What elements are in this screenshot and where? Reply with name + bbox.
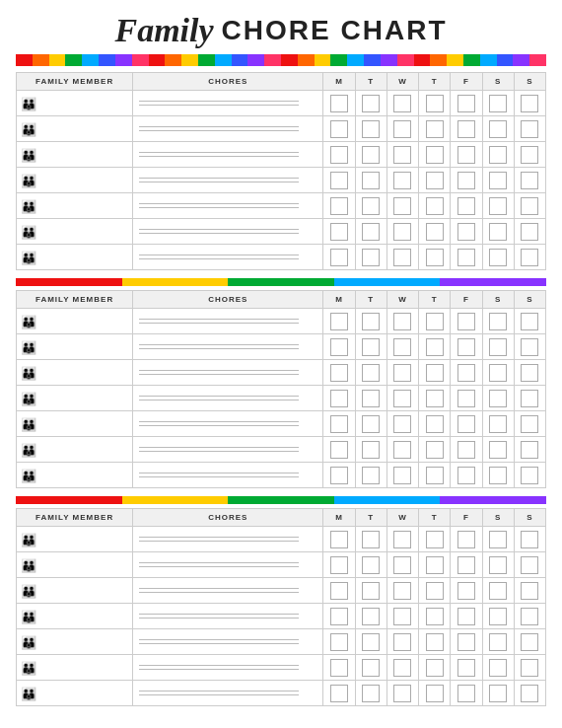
day-checkbox[interactable] (362, 685, 380, 702)
day-checkbox[interactable] (457, 223, 475, 241)
day-cell[interactable] (355, 604, 386, 629)
day-cell[interactable] (451, 334, 482, 360)
day-checkbox[interactable] (426, 582, 444, 600)
day-checkbox[interactable] (393, 531, 411, 548)
day-checkbox[interactable] (393, 223, 411, 241)
day-checkbox[interactable] (330, 120, 348, 138)
day-cell[interactable] (451, 91, 482, 116)
day-checkbox[interactable] (489, 172, 507, 189)
day-checkbox[interactable] (426, 249, 444, 266)
day-checkbox[interactable] (426, 531, 444, 548)
day-cell[interactable] (386, 578, 418, 604)
day-checkbox[interactable] (426, 197, 444, 215)
day-checkbox[interactable] (489, 197, 507, 215)
day-cell[interactable] (386, 334, 418, 360)
day-cell[interactable] (482, 334, 514, 360)
day-cell[interactable] (386, 193, 418, 219)
day-checkbox[interactable] (393, 338, 411, 356)
day-cell[interactable] (482, 193, 514, 219)
day-checkbox[interactable] (426, 364, 444, 382)
day-cell[interactable] (419, 578, 451, 604)
day-checkbox[interactable] (489, 531, 507, 548)
day-cell[interactable] (386, 168, 418, 193)
day-checkbox[interactable] (426, 415, 444, 433)
day-checkbox[interactable] (362, 390, 380, 407)
day-checkbox[interactable] (393, 556, 411, 574)
day-cell[interactable] (419, 463, 451, 488)
day-cell[interactable] (386, 411, 418, 437)
day-checkbox[interactable] (362, 146, 380, 164)
day-checkbox[interactable] (362, 608, 380, 625)
day-cell[interactable] (419, 411, 451, 437)
day-checkbox[interactable] (393, 249, 411, 266)
day-checkbox[interactable] (489, 338, 507, 356)
day-cell[interactable] (323, 604, 355, 629)
day-cell[interactable] (323, 309, 355, 334)
day-cell[interactable] (386, 552, 418, 578)
day-checkbox[interactable] (393, 172, 411, 189)
day-checkbox[interactable] (457, 441, 475, 459)
day-checkbox[interactable] (426, 608, 444, 625)
day-cell[interactable] (386, 142, 418, 168)
day-checkbox[interactable] (362, 582, 380, 600)
day-cell[interactable] (451, 681, 482, 706)
day-checkbox[interactable] (330, 633, 348, 651)
day-cell[interactable] (419, 334, 451, 360)
day-cell[interactable] (419, 245, 451, 270)
day-cell[interactable] (451, 527, 482, 552)
day-checkbox[interactable] (457, 390, 475, 407)
day-checkbox[interactable] (489, 95, 507, 112)
day-checkbox[interactable] (426, 120, 444, 138)
day-checkbox[interactable] (426, 338, 444, 356)
day-checkbox[interactable] (426, 685, 444, 702)
day-checkbox[interactable] (457, 659, 475, 677)
day-checkbox[interactable] (489, 364, 507, 382)
day-checkbox[interactable] (457, 582, 475, 600)
day-checkbox[interactable] (393, 659, 411, 677)
day-cell[interactable] (451, 142, 482, 168)
day-checkbox[interactable] (330, 685, 348, 702)
day-checkbox[interactable] (489, 685, 507, 702)
day-checkbox[interactable] (362, 172, 380, 189)
day-cell[interactable] (451, 578, 482, 604)
day-cell[interactable] (514, 437, 545, 463)
day-checkbox[interactable] (489, 223, 507, 241)
day-cell[interactable] (386, 116, 418, 142)
day-checkbox[interactable] (362, 120, 380, 138)
day-checkbox[interactable] (489, 659, 507, 677)
day-checkbox[interactable] (489, 441, 507, 459)
day-checkbox[interactable] (362, 249, 380, 266)
day-checkbox[interactable] (521, 172, 538, 189)
day-checkbox[interactable] (362, 364, 380, 382)
day-cell[interactable] (419, 91, 451, 116)
day-checkbox[interactable] (330, 441, 348, 459)
day-checkbox[interactable] (457, 415, 475, 433)
day-checkbox[interactable] (426, 467, 444, 484)
day-cell[interactable] (355, 463, 386, 488)
day-checkbox[interactable] (330, 556, 348, 574)
day-checkbox[interactable] (521, 531, 538, 548)
day-checkbox[interactable] (426, 659, 444, 677)
day-checkbox[interactable] (393, 633, 411, 651)
day-checkbox[interactable] (457, 95, 475, 112)
day-cell[interactable] (323, 463, 355, 488)
day-checkbox[interactable] (330, 415, 348, 433)
day-cell[interactable] (514, 527, 545, 552)
day-cell[interactable] (355, 142, 386, 168)
day-checkbox[interactable] (393, 95, 411, 112)
day-checkbox[interactable] (489, 467, 507, 484)
day-cell[interactable] (451, 386, 482, 411)
day-cell[interactable] (355, 193, 386, 219)
day-checkbox[interactable] (330, 608, 348, 625)
day-cell[interactable] (323, 360, 355, 386)
day-cell[interactable] (355, 527, 386, 552)
day-checkbox[interactable] (393, 685, 411, 702)
day-cell[interactable] (355, 91, 386, 116)
day-checkbox[interactable] (489, 608, 507, 625)
day-cell[interactable] (386, 655, 418, 681)
day-cell[interactable] (355, 360, 386, 386)
day-checkbox[interactable] (330, 146, 348, 164)
day-checkbox[interactable] (330, 249, 348, 266)
day-cell[interactable] (514, 629, 545, 655)
day-cell[interactable] (323, 245, 355, 270)
